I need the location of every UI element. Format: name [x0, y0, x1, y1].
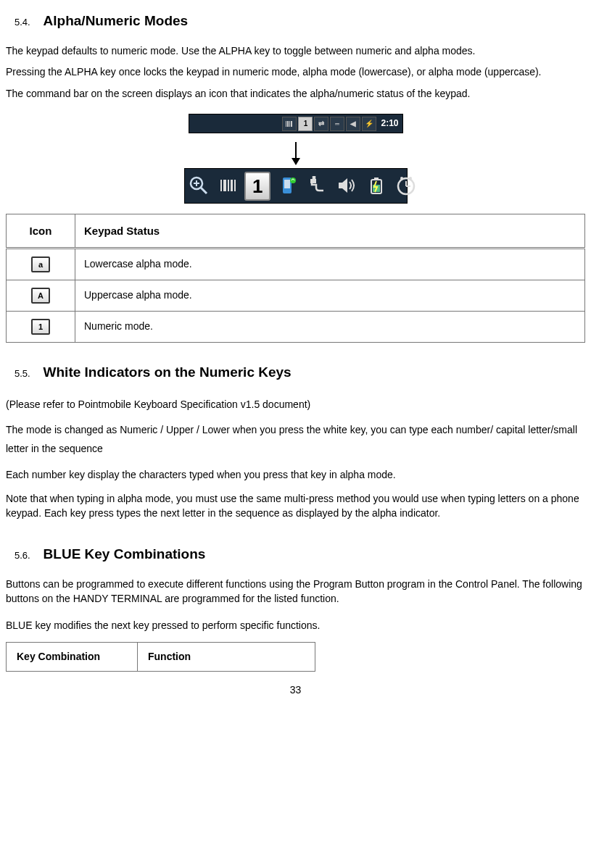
svg-line-5 [201, 188, 207, 193]
svg-rect-3 [291, 121, 292, 127]
table-cell: Numeric mode. [75, 311, 585, 342]
zoom-icon [186, 170, 212, 201]
section-5-4-heading: 5.4. Alpha/Numeric Modes [6, 12, 585, 31]
paragraph: BLUE key modifies the next key pressed t… [6, 619, 585, 633]
svg-rect-14 [284, 180, 290, 188]
svg-point-15 [290, 178, 296, 183]
key-combination-table: Key Combination Function [6, 642, 315, 672]
section-number: 5.6. [6, 549, 30, 562]
svg-rect-2 [289, 121, 290, 127]
table-row: 1 Numeric mode. [7, 311, 585, 342]
table-cell: Uppercase alpha mode. [75, 280, 585, 311]
barcode-icon [215, 170, 241, 201]
table-header: Function [138, 642, 315, 672]
svg-rect-0 [286, 121, 286, 127]
svg-point-23 [400, 177, 403, 180]
table-header: Icon [7, 214, 75, 248]
charge-icon: ⚡ [362, 117, 376, 131]
mode-icon: 1 [298, 117, 313, 131]
section-title: BLUE Key Combinations [44, 545, 206, 564]
svg-rect-16 [310, 179, 316, 183]
section-title: White Indicators on the Numeric Keys [44, 363, 292, 383]
status-bar-figure: 1 ⇄ ⎓ ◀ ⚡ 2:10 1 [6, 114, 585, 204]
arrow-down-icon [295, 142, 297, 164]
paragraph: Each number key display the characters t… [6, 466, 585, 485]
paragraph: Pressing the ALPHA key once locks the ke… [6, 65, 585, 80]
paragraph: The keypad defaults to numeric mode. Use… [6, 44, 585, 59]
section-number: 5.5. [6, 367, 30, 380]
numeric-mode-icon: 1 [31, 319, 50, 335]
uppercase-mode-icon: A [31, 288, 50, 304]
table-header: Keypad Status [75, 214, 585, 248]
svg-rect-12 [234, 180, 236, 191]
speaker-icon: ◀ [346, 117, 360, 131]
page-number: 33 [6, 683, 585, 698]
phone-icon [274, 170, 300, 201]
taskbar-small-image: 1 ⇄ ⎓ ◀ ⚡ 2:10 [189, 114, 403, 133]
table-cell: Lowercase alpha mode. [75, 248, 585, 280]
svg-rect-18 [374, 178, 379, 180]
paragraph: The mode is changed as Numeric / Upper /… [6, 421, 585, 459]
svg-rect-9 [223, 180, 226, 191]
section-title: Alpha/Numeric Modes [44, 12, 189, 31]
paragraph: (Please refer to Pointmobile Keyboard Sp… [6, 396, 585, 414]
table-row: A Uppercase alpha mode. [7, 280, 585, 311]
speaker-icon [334, 170, 360, 201]
svg-rect-11 [231, 180, 233, 191]
taskbar-large-image: 1 [184, 168, 408, 204]
plug-icon: ⎓ [330, 117, 344, 131]
paragraph: Buttons can be programmed to execute dif… [6, 577, 585, 606]
svg-rect-10 [228, 180, 229, 191]
section-5-5-heading: 5.5. White Indicators on the Numeric Key… [6, 363, 585, 383]
mode-icon-large: 1 [244, 172, 270, 201]
sync-icon: ⇄ [314, 117, 328, 131]
section-5-6-heading: 5.6. BLUE Key Combinations [6, 545, 585, 564]
table-header: Key Combination [7, 642, 138, 672]
clock-text: 2:10 [381, 117, 398, 130]
paragraph: Note that when typing in alpha mode, you… [6, 492, 585, 520]
battery-icon [363, 170, 389, 201]
table-row: a Lowercase alpha mode. [7, 248, 585, 280]
barcode-icon [282, 117, 297, 131]
clock-icon [393, 170, 419, 201]
plug-icon [304, 170, 330, 201]
svg-rect-8 [220, 180, 222, 191]
svg-point-24 [409, 177, 412, 180]
keypad-status-table: Icon Keypad Status a Lowercase alpha mod… [6, 214, 585, 343]
section-number: 5.4. [6, 16, 30, 29]
svg-rect-1 [287, 121, 289, 127]
paragraph: The command bar on the screen displays a… [6, 87, 585, 101]
lowercase-mode-icon: a [31, 256, 50, 272]
